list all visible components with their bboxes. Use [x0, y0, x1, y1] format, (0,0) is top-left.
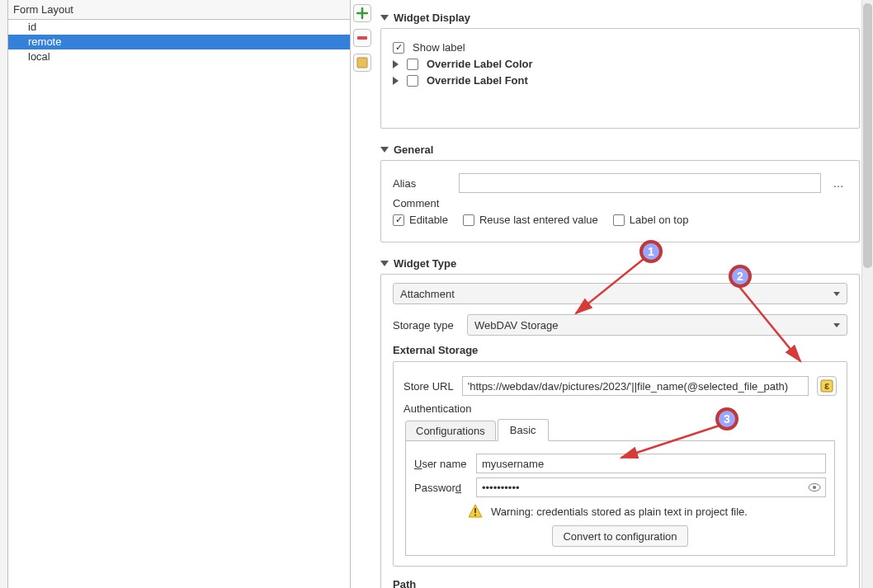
expand-icon[interactable]: [393, 60, 399, 68]
plus-icon: [356, 7, 368, 19]
expression-icon: ε: [820, 379, 833, 393]
password-input[interactable]: [476, 477, 826, 497]
show-password-button[interactable]: [808, 481, 821, 494]
section-general-header[interactable]: General: [380, 139, 860, 160]
vertical-scrollbar[interactable]: [861, 0, 873, 588]
editable-text: Editable: [409, 214, 448, 226]
auth-tab-body: User name Password: [405, 440, 835, 556]
chevron-down-icon: [833, 323, 840, 327]
alias-label: Alias: [393, 177, 451, 190]
auth-tabs: Configurations Basic: [405, 420, 835, 441]
reuse-text: Reuse last entered value: [479, 214, 598, 226]
show-label-checkbox[interactable]: [393, 42, 404, 54]
warning-text: Warning: credentials stored as plain tex…: [491, 506, 748, 518]
svg-rect-6: [474, 508, 476, 513]
show-label-text: Show label: [413, 41, 465, 54]
section-widget-type-body: Attachment Storage type WebDAV Storage E…: [380, 274, 860, 588]
reuse-checkbox[interactable]: [463, 214, 474, 226]
alias-options-button[interactable]: …: [829, 174, 847, 192]
field-item[interactable]: local: [8, 49, 350, 64]
override-font-checkbox[interactable]: [407, 75, 418, 87]
section-widget-display-body: Show label Override Label Color Override…: [380, 28, 860, 129]
svg-point-5: [813, 486, 816, 489]
storage-type-select[interactable]: WebDAV Storage: [467, 314, 847, 336]
remove-field-button[interactable]: [353, 29, 371, 47]
auth-group: Configurations Basic User name Password: [403, 420, 837, 556]
layout-icon: [356, 57, 368, 68]
eye-icon: [808, 481, 821, 494]
collapse-icon: [380, 147, 389, 153]
svg-text:ε: ε: [824, 379, 829, 392]
field-item[interactable]: remote: [8, 35, 350, 49]
collapse-icon: [380, 15, 389, 21]
editable-checkbox[interactable]: [393, 214, 404, 226]
widget-type-value: Attachment: [400, 288, 455, 300]
convert-to-configuration-button[interactable]: Convert to configuration: [552, 525, 687, 547]
svg-rect-0: [357, 36, 367, 40]
store-url-label: Store URL: [403, 380, 454, 393]
svg-rect-1: [357, 58, 367, 68]
external-storage-title: External Storage: [393, 344, 847, 356]
override-font-text: Override Label Font: [427, 74, 528, 87]
collapse-icon: [380, 261, 389, 266]
label-top-text: Label on top: [630, 214, 689, 226]
field-list[interactable]: id remote local: [8, 20, 350, 588]
section-title: Widget Display: [394, 12, 470, 24]
scrollbar-thumb[interactable]: [863, 3, 872, 268]
path-title: Path: [393, 578, 847, 588]
storage-type-value: WebDAV Storage: [474, 319, 558, 332]
section-widget-type-header[interactable]: Widget Type: [380, 252, 860, 274]
password-label: Password: [414, 482, 468, 494]
expression-button[interactable]: ε: [817, 376, 837, 396]
label-top-checkbox[interactable]: [613, 214, 625, 226]
tab-configurations[interactable]: Configurations: [405, 421, 496, 441]
tab-basic[interactable]: Basic: [498, 419, 549, 441]
annotation-2: 2: [729, 265, 752, 288]
annotation-3: 3: [715, 407, 739, 430]
alias-input[interactable]: [459, 173, 821, 193]
username-label: User name: [414, 458, 468, 470]
expand-icon[interactable]: [393, 77, 399, 85]
store-url-input[interactable]: [462, 376, 809, 396]
username-input[interactable]: [476, 454, 826, 473]
chevron-down-icon: [833, 292, 840, 296]
widget-type-select[interactable]: Attachment: [393, 283, 847, 304]
section-title: General: [394, 143, 433, 156]
auth-title: Authentication: [403, 402, 837, 415]
storage-type-label: Storage type: [393, 319, 459, 332]
edit-field-button[interactable]: [353, 54, 371, 72]
override-color-checkbox[interactable]: [407, 59, 418, 70]
external-storage-group: Store URL ε Authentication Configuration…: [393, 361, 847, 567]
field-action-toolbar: [351, 0, 374, 588]
minus-icon: [356, 32, 368, 44]
section-title: Widget Type: [394, 257, 456, 270]
form-layout-pane: Form Layout id remote local: [8, 0, 351, 588]
properties-pane: Widget Display Show label Override Label…: [374, 0, 873, 588]
comment-label: Comment: [393, 197, 451, 209]
section-general-body: Alias … Comment Editable Reuse last ente…: [380, 160, 860, 242]
warning-icon: [468, 504, 483, 519]
svg-rect-7: [474, 515, 476, 516]
form-layout-title: Form Layout: [8, 0, 350, 20]
override-color-text: Override Label Color: [427, 58, 533, 70]
section-widget-display-header[interactable]: Widget Display: [380, 7, 860, 28]
field-item[interactable]: id: [8, 20, 350, 35]
left-gutter: [0, 0, 8, 588]
annotation-1: 1: [639, 240, 663, 263]
add-field-button[interactable]: [353, 4, 371, 22]
